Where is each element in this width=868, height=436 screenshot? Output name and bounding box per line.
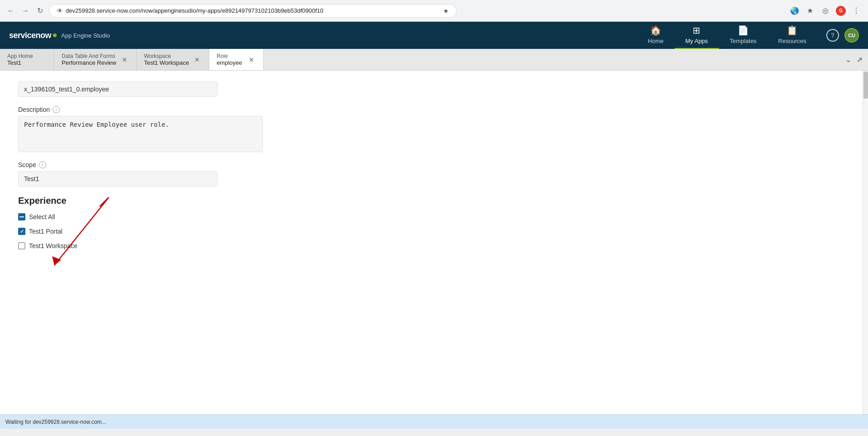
status-text: Waiting for dev259928.service-now.com... — [5, 419, 106, 425]
checkbox-test1-workspace[interactable]: Test1 Workspace — [18, 242, 850, 249]
my-apps-icon: ⊞ — [693, 25, 700, 36]
back-button[interactable]: ← — [5, 5, 16, 16]
logo-text: servicenow — [9, 31, 51, 40]
tab-data-table-inner: Data Table And Forms Performance Review … — [62, 53, 129, 66]
help-button[interactable]: ? — [826, 29, 839, 42]
select-all-label: Select All — [29, 213, 55, 220]
nav-templates-label: Templates — [730, 38, 757, 44]
home-icon: 🏠 — [650, 25, 661, 36]
test1-portal-checkbox-icon[interactable] — [18, 228, 25, 235]
description-label: Description i — [18, 106, 850, 113]
menu-button[interactable]: ⋮ — [850, 5, 863, 17]
app-header: servicenow App Engine Studio 🏠 Home ⊞ My… — [0, 22, 868, 49]
tab-app-home-subtitle: Test1 — [7, 59, 47, 66]
header-right: ? CU — [826, 28, 859, 43]
resources-icon: 📋 — [786, 25, 798, 36]
scope-label: Scope i — [18, 161, 850, 168]
tab-data-table-title: Data Table And Forms — [62, 53, 116, 59]
tab-role-text: Role employee — [217, 53, 243, 66]
description-textarea[interactable]: Performance Review Employee user role. — [18, 116, 263, 152]
test1-workspace-label: Test1 Workspace — [29, 242, 77, 249]
tab-workspace-subtitle: Test1 Workspace — [144, 59, 189, 66]
scrollbar-track[interactable] — [863, 71, 868, 414]
name-field-group: x_1396105_test1_0.employee — [18, 81, 850, 97]
address-bar[interactable]: 👁 dev259928.service-now.com/now/appengin… — [49, 4, 457, 18]
nav-my-apps-label: My Apps — [685, 38, 708, 44]
checkbox-test1-portal[interactable]: Test1 Portal — [18, 228, 850, 235]
scrollbar-thumb[interactable] — [863, 72, 868, 99]
reload-button[interactable]: ↻ — [34, 5, 45, 16]
browser-actions: 🌏 ★ ◎ G ⋮ — [788, 5, 863, 17]
main-content: x_1396105_test1_0.employee Description i… — [0, 71, 868, 414]
nav-home[interactable]: 🏠 Home — [637, 21, 675, 49]
tab-data-table-text: Data Table And Forms Performance Review — [62, 53, 116, 66]
app-engine-studio-label: App Engine Studio — [61, 32, 110, 39]
scope-info-icon: i — [39, 161, 46, 168]
nav-my-apps[interactable]: ⊞ My Apps — [675, 21, 719, 49]
tab-app-home-inner: App Home Test1 — [7, 53, 47, 66]
select-all-checkbox-icon[interactable] — [18, 213, 25, 220]
tab-workspace-title: Workspace — [144, 53, 189, 59]
experience-section-title: Experience — [18, 196, 850, 206]
scope-field-group: Scope i Test1 — [18, 161, 850, 187]
avatar[interactable]: CU — [844, 28, 859, 43]
bookmark-button[interactable]: ★ — [804, 5, 816, 17]
description-info-icon: i — [53, 106, 60, 113]
checkbox-select-all[interactable]: Select All — [18, 213, 850, 220]
tab-bar-controls: ⌄ ⇗ — [840, 49, 868, 70]
logo-dot — [53, 34, 57, 37]
tab-app-home[interactable]: App Home Test1 — [0, 49, 54, 70]
tab-role-subtitle: employee — [217, 59, 243, 66]
templates-icon: 📄 — [738, 25, 749, 36]
test1-workspace-checkbox-icon[interactable] — [18, 242, 25, 249]
url-text: dev259928.service-now.com/now/appengines… — [66, 7, 440, 14]
scope-field-value[interactable]: Test1 — [18, 171, 217, 187]
svg-marker-1 — [52, 256, 61, 265]
tabs-overflow-button[interactable]: ⌄ — [844, 53, 853, 66]
tab-role-inner: Role employee ✕ — [217, 53, 256, 66]
name-field-value[interactable]: x_1396105_test1_0.employee — [18, 81, 217, 97]
tab-role-title: Role — [217, 53, 243, 59]
tab-workspace-text: Workspace Test1 Workspace — [144, 53, 189, 66]
nav-home-label: Home — [648, 38, 664, 44]
tab-app-home-text: App Home Test1 — [7, 53, 47, 66]
main-nav: 🏠 Home ⊞ My Apps 📄 Templates 📋 Resources — [637, 21, 817, 49]
extensions-button[interactable]: ◎ — [819, 5, 832, 17]
test1-portal-label: Test1 Portal — [29, 228, 63, 235]
forward-button[interactable]: → — [20, 5, 31, 16]
description-label-text: Description — [18, 106, 50, 113]
tab-role-close[interactable]: ✕ — [247, 56, 256, 64]
nav-resources[interactable]: 📋 Resources — [767, 21, 817, 49]
tab-bar: App Home Test1 Data Table And Forms Perf… — [0, 49, 868, 71]
tab-workspace-close[interactable]: ✕ — [193, 56, 202, 64]
browser-bar: ← → ↻ 👁 dev259928.service-now.com/now/ap… — [0, 0, 868, 22]
nav-templates[interactable]: 📄 Templates — [719, 21, 767, 49]
logo-area: servicenow App Engine Studio — [9, 31, 110, 40]
tab-data-table[interactable]: Data Table And Forms Performance Review … — [54, 49, 137, 70]
description-field-group: Description i Performance Review Employe… — [18, 106, 850, 152]
profile-button[interactable]: G — [834, 5, 847, 17]
tab-workspace[interactable]: Workspace Test1 Workspace ✕ — [137, 49, 209, 70]
servicenow-logo: servicenow — [9, 31, 57, 40]
scope-label-text: Scope — [18, 161, 36, 168]
tab-workspace-inner: Workspace Test1 Workspace ✕ — [144, 53, 202, 66]
tab-data-table-close[interactable]: ✕ — [120, 56, 129, 64]
translate-button[interactable]: 🌏 — [788, 5, 801, 17]
tab-data-table-subtitle: Performance Review — [62, 59, 116, 66]
status-bar: Waiting for dev259928.service-now.com... — [0, 414, 868, 429]
tab-role[interactable]: Role employee ✕ — [209, 49, 264, 70]
tab-app-home-title: App Home — [7, 53, 47, 59]
tabs-expand-button[interactable]: ⇗ — [855, 53, 864, 66]
nav-resources-label: Resources — [778, 38, 806, 44]
